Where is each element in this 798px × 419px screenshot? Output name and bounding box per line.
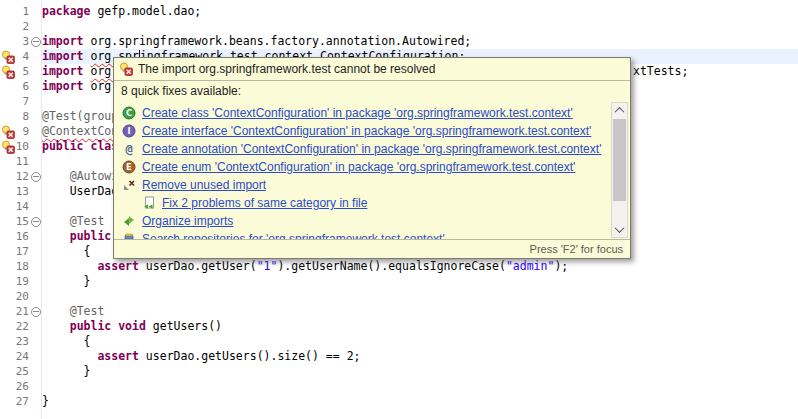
code-line[interactable]: 22 public void getUsers(): [0, 319, 798, 334]
code-line[interactable]: 27}: [0, 394, 798, 409]
code-text[interactable]: @Test: [42, 304, 104, 319]
line-number: 12: [0, 169, 29, 184]
quick-fix-link[interactable]: Search repositories for 'org.springframe…: [142, 232, 445, 239]
quick-fix-link[interactable]: Create interface 'ContextConfiguration' …: [142, 124, 591, 138]
quick-fix-item[interactable]: ECreate enum 'ContextConfiguration' in p…: [114, 158, 610, 176]
quick-fix-link[interactable]: Fix 2 problems of same category in file: [162, 196, 367, 210]
quick-fix-link[interactable]: Create enum 'ContextConfiguration' in pa…: [142, 160, 575, 174]
code-segment: {: [42, 244, 90, 258]
code-text[interactable]: @Autowi: [42, 169, 118, 184]
svg-text:I: I: [127, 126, 130, 136]
scroll-down-button[interactable]: [612, 222, 627, 237]
code-text[interactable]: import org.: [42, 64, 118, 79]
code-line[interactable]: 1package gefp.model.dao;: [0, 4, 798, 19]
code-line[interactable]: 26: [0, 379, 798, 394]
code-text[interactable]: UserDao: [42, 184, 118, 199]
fold-minus-icon[interactable]: [31, 172, 41, 182]
line-number: 18: [0, 259, 29, 274]
code-text[interactable]: public: [42, 229, 111, 244]
quick-fix-link[interactable]: Remove unused import: [142, 178, 266, 192]
code-line[interactable]: 21 @Test: [0, 304, 798, 319]
code-text[interactable]: }: [42, 364, 90, 379]
fold-minus-icon[interactable]: [31, 307, 41, 317]
line-number: 3: [0, 34, 29, 49]
scroll-up-button[interactable]: [612, 103, 627, 118]
code-line[interactable]: 20: [0, 289, 798, 304]
quick-fix-item[interactable]: Remove unused import: [114, 176, 610, 194]
code-text[interactable]: {: [42, 334, 90, 349]
code-text[interactable]: }: [42, 394, 49, 409]
code-text[interactable]: {: [42, 244, 90, 259]
line-number: 19: [0, 274, 29, 289]
code-line[interactable]: 25 }: [0, 364, 798, 379]
code-text[interactable]: assert userDao.getUser("1").getUserName(…: [42, 259, 568, 274]
line-number: 24: [0, 349, 29, 364]
popup-scrollbar[interactable]: [611, 102, 628, 238]
code-text[interactable]: }: [42, 274, 90, 289]
quick-fix-count: 8 quick fixes available:: [114, 81, 630, 101]
line-number: 25: [0, 364, 29, 379]
line-number: 17: [0, 244, 29, 259]
code-segment: @ContextCon: [42, 124, 118, 138]
quick-fix-link[interactable]: Create class 'ContextConfiguration' in p…: [142, 106, 573, 120]
quick-fix-item[interactable]: Organize imports: [114, 212, 610, 230]
svg-text:E: E: [126, 162, 132, 172]
fix-problems-icon: [142, 196, 156, 210]
code-segment: public: [70, 229, 112, 243]
code-text[interactable]: public void getUsers(): [42, 319, 222, 334]
code-segment: @Autowi: [70, 169, 118, 183]
chevron-down-icon: [615, 223, 625, 233]
line-number: 21: [0, 304, 29, 319]
line-number: 23: [0, 334, 29, 349]
code-segment: getUsers(): [153, 319, 222, 333]
code-segment: [42, 259, 97, 273]
code-segment: import: [42, 49, 90, 63]
code-line[interactable]: 24 assert userDao.getUsers().size() == 2…: [0, 349, 798, 364]
code-line[interactable]: 2: [0, 19, 798, 34]
quick-fix-list: CCreate class 'ContextConfiguration' in …: [114, 101, 610, 239]
remove-import-icon: [122, 178, 136, 192]
code-text[interactable]: @Test: [42, 214, 104, 229]
svg-text:C: C: [126, 108, 132, 118]
scrollbar-thumb[interactable]: [613, 119, 626, 201]
code-text[interactable]: @Test(group: [42, 109, 118, 124]
code-segment: userDao.getUsers().size() == 2;: [146, 349, 361, 363]
line-number: 4: [0, 49, 29, 64]
quick-fix-item[interactable]: Search repositories for 'org.springframe…: [114, 230, 610, 239]
quick-fix-item[interactable]: ICreate interface 'ContextConfiguration'…: [114, 122, 610, 140]
organize-imports-icon: [122, 214, 136, 228]
quick-fix-link[interactable]: Organize imports: [142, 214, 233, 228]
quick-fix-item[interactable]: CCreate class 'ContextConfiguration' in …: [114, 104, 610, 122]
line-number: 15: [0, 214, 29, 229]
line-number: 11: [0, 154, 29, 169]
code-segment: gefp.model.dao;: [97, 4, 201, 18]
code-text[interactable]: assert userDao.getUsers().size() == 2;: [42, 349, 361, 364]
quick-fix-link[interactable]: Create annotation 'ContextConfiguration'…: [142, 142, 601, 156]
code-segment: org.springframework.beans.factory.annota…: [90, 34, 471, 48]
fold-minus-icon[interactable]: [31, 37, 41, 47]
line-number: 10: [0, 139, 29, 154]
code-segment: "1": [257, 259, 278, 273]
code-text[interactable]: public clas: [42, 139, 118, 154]
code-segment: "admin": [506, 259, 554, 273]
code-text[interactable]: package gefp.model.dao;: [42, 4, 201, 19]
error-lightbulb-icon: [119, 62, 133, 76]
popup-header: The import org.springframework.test cann…: [114, 58, 630, 81]
code-line[interactable]: 3import org.springframework.beans.factor…: [0, 34, 798, 49]
quick-fix-item[interactable]: @Create annotation 'ContextConfiguration…: [114, 140, 610, 158]
code-segment: }: [42, 274, 90, 288]
code-line[interactable]: 18 assert userDao.getUser("1").getUserNa…: [0, 259, 798, 274]
code-fragment[interactable]: xtTests;: [633, 64, 688, 79]
code-text[interactable]: import org.: [42, 79, 118, 94]
code-text[interactable]: import org.springframework.beans.factory…: [42, 34, 471, 49]
line-number: 9: [0, 124, 29, 139]
line-number: 5: [0, 64, 29, 79]
line-number: 13: [0, 184, 29, 199]
quick-fix-item[interactable]: Fix 2 problems of same category in file: [114, 194, 610, 212]
code-text[interactable]: @ContextCon: [42, 124, 118, 139]
code-line[interactable]: 19 }: [0, 274, 798, 289]
code-segment: [42, 319, 70, 333]
fold-minus-icon[interactable]: [31, 217, 41, 227]
code-segment: import: [42, 79, 90, 93]
code-line[interactable]: 23 {: [0, 334, 798, 349]
